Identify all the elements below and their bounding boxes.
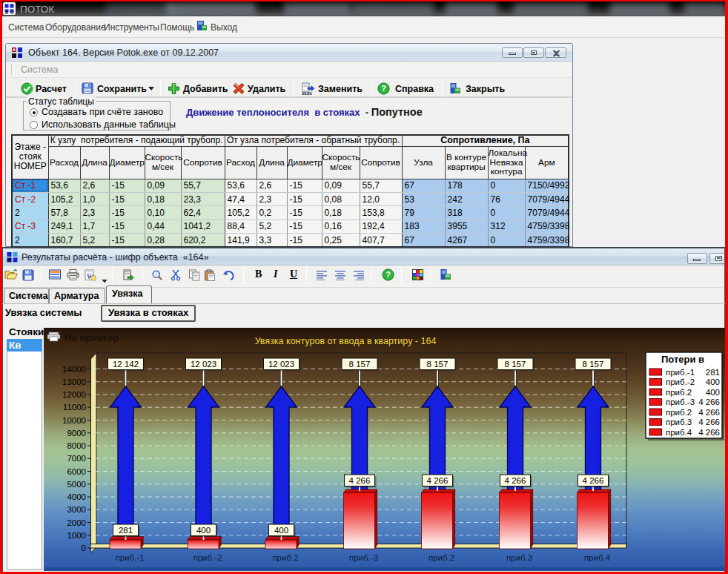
svg-text:8 157: 8 157 — [505, 360, 526, 369]
svg-text:4000: 4000 — [67, 492, 86, 501]
svg-text:приб.-2: приб.-2 — [666, 377, 695, 386]
svg-text:Увязка контуров от ввода в кв: Увязка контуров от ввода в квартиру - 16… — [255, 336, 437, 346]
svg-text:8 157: 8 157 — [427, 360, 449, 369]
svg-text:4 266: 4 266 — [698, 397, 720, 406]
svg-text:400: 400 — [706, 388, 720, 397]
svg-text:12000: 12000 — [62, 390, 86, 399]
svg-text:14000: 14000 — [62, 365, 86, 374]
svg-text:4 266: 4 266 — [427, 476, 449, 485]
svg-text:11000: 11000 — [63, 403, 86, 412]
svg-text:приб.2: приб.2 — [272, 553, 298, 562]
svg-text:приб.-3: приб.-3 — [666, 397, 695, 406]
svg-text:4 266: 4 266 — [349, 476, 371, 485]
svg-text:12 142: 12 142 — [113, 360, 139, 369]
svg-text:10000: 10000 — [62, 416, 86, 425]
svg-text:приб.4: приб.4 — [584, 553, 611, 562]
svg-text:приб.2: приб.2 — [428, 553, 454, 562]
svg-text:4 266: 4 266 — [583, 476, 604, 485]
svg-text:приб.-3: приб.-3 — [349, 553, 378, 562]
svg-text:приб.-1: приб.-1 — [115, 553, 144, 562]
svg-text:4 266: 4 266 — [698, 418, 720, 426]
svg-text:приб.2: приб.2 — [666, 408, 692, 417]
svg-text:приб.3: приб.3 — [666, 418, 692, 426]
svg-text:приб.3: приб.3 — [506, 553, 532, 562]
svg-text:Потери в: Потери в — [661, 354, 704, 365]
svg-text:0: 0 — [82, 544, 86, 552]
svg-text:4 266: 4 266 — [698, 408, 720, 417]
svg-text:На принтер: На принтер — [64, 332, 119, 343]
svg-text:8000: 8000 — [67, 441, 86, 450]
svg-text:400: 400 — [196, 526, 211, 535]
svg-text:4 266: 4 266 — [505, 476, 526, 485]
svg-text:8 157: 8 157 — [583, 360, 604, 369]
svg-text:приб.4: приб.4 — [666, 428, 692, 437]
svg-text:2000: 2000 — [67, 518, 86, 527]
svg-text:12 023: 12 023 — [268, 360, 294, 369]
svg-text:1000: 1000 — [67, 531, 86, 540]
svg-text:13000: 13000 — [62, 377, 86, 386]
svg-text:приб.2: приб.2 — [666, 388, 692, 397]
svg-text:9000: 9000 — [67, 429, 86, 438]
svg-text:400: 400 — [274, 526, 288, 535]
svg-text:7000: 7000 — [67, 454, 86, 463]
svg-text:приб.-1: приб.-1 — [666, 368, 695, 377]
svg-text:?: ? — [385, 270, 391, 279]
svg-text:281: 281 — [119, 526, 133, 535]
svg-text:3000: 3000 — [67, 505, 86, 514]
svg-text:приб.-2: приб.-2 — [193, 553, 222, 562]
svg-text:5000: 5000 — [67, 480, 86, 489]
svg-text:400: 400 — [706, 377, 720, 386]
svg-text:8 157: 8 157 — [349, 360, 371, 369]
svg-text:6000: 6000 — [67, 467, 86, 476]
svg-text:12 023: 12 023 — [191, 360, 216, 369]
svg-text:4 266: 4 266 — [698, 428, 720, 437]
svg-text:281: 281 — [706, 368, 720, 377]
